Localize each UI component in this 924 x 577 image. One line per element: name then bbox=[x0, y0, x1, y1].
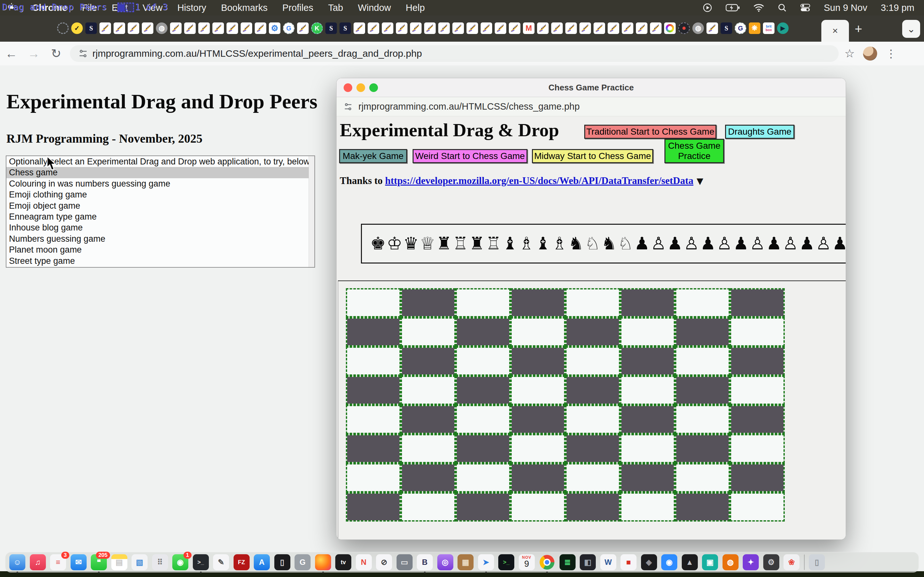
board-square[interactable] bbox=[346, 405, 401, 434]
dock-app-calendar[interactable]: NOV9 bbox=[519, 554, 535, 570]
pinned-tab-sbs-icon[interactable]: ❋ bbox=[749, 23, 760, 34]
pinned-tab-rjm-icon[interactable] bbox=[142, 23, 153, 34]
now-playing-icon[interactable] bbox=[703, 3, 712, 13]
pinned-tab-rjm-icon[interactable] bbox=[537, 23, 549, 34]
pinned-tab-rjm-icon[interactable] bbox=[594, 23, 605, 34]
pinned-tab-rjm-icon[interactable] bbox=[622, 23, 633, 34]
chess-piece[interactable]: ♔ bbox=[387, 235, 402, 252]
board-square[interactable] bbox=[565, 288, 620, 318]
pinned-tab-rjm-icon[interactable] bbox=[580, 23, 591, 34]
dropdown-caret-icon[interactable]: ▼ bbox=[696, 176, 703, 186]
tab-close-icon[interactable]: × bbox=[832, 25, 838, 36]
pinned-tab-rjm-icon[interactable] bbox=[99, 23, 111, 34]
url-text[interactable]: rjmprogramming.com.au/HTMLCSS/experiment… bbox=[92, 48, 422, 59]
dock-app-app-dark-2[interactable]: ◆ bbox=[641, 554, 657, 570]
zoom-traffic-light[interactable] bbox=[369, 83, 378, 92]
pinned-tab-rjm-icon[interactable] bbox=[636, 23, 648, 34]
pinned-tab-google-icon[interactable]: G bbox=[283, 23, 294, 34]
board-square[interactable] bbox=[565, 376, 620, 405]
pinned-tab-britbox-icon[interactable]: britbox bbox=[763, 23, 774, 34]
pinned-tab-rjm-icon[interactable] bbox=[650, 23, 662, 34]
dock-app-app-gray[interactable]: ⚙ bbox=[763, 554, 779, 570]
board-square[interactable] bbox=[346, 347, 401, 376]
board-square[interactable] bbox=[730, 434, 785, 463]
chess-piece[interactable]: ♙ bbox=[651, 235, 666, 252]
pinned-tab-rjm-icon[interactable] bbox=[241, 23, 252, 34]
dock-app-photos[interactable]: ❀ bbox=[783, 554, 800, 570]
pinned-tab-substack-icon[interactable]: S bbox=[720, 23, 732, 34]
pinned-tab-rjm-icon[interactable] bbox=[509, 23, 520, 34]
new-tab-button[interactable]: + bbox=[855, 23, 862, 35]
pinned-tab-rjm-icon[interactable] bbox=[495, 23, 506, 34]
dock-app-teams-teal[interactable]: ▣ bbox=[702, 554, 718, 570]
board-square[interactable] bbox=[675, 318, 730, 347]
popup-url-text[interactable]: rjmprogramming.com.au/HTMLCSS/chess_game… bbox=[359, 101, 580, 112]
board-square[interactable] bbox=[675, 492, 730, 522]
pinned-tab-substack-icon[interactable]: S bbox=[339, 23, 351, 34]
chess-piece[interactable]: ♚ bbox=[370, 235, 386, 252]
dock-app-firefox[interactable] bbox=[315, 554, 331, 570]
dock-app-terminal[interactable]: >_ bbox=[193, 554, 209, 570]
dock-app-trash[interactable]: ▯ bbox=[809, 554, 825, 570]
listbox-option[interactable]: Inhouse blog game bbox=[6, 222, 309, 233]
spotlight-search-icon[interactable] bbox=[778, 3, 787, 12]
menu-item-profiles[interactable]: Profiles bbox=[282, 3, 313, 13]
pinned-tab-rjm-icon[interactable] bbox=[297, 23, 309, 34]
dock-app-shell-dark[interactable]: >_ bbox=[498, 554, 514, 570]
popup-title-bar[interactable]: Chess Game Practice bbox=[336, 78, 846, 97]
board-square[interactable] bbox=[510, 376, 565, 405]
board-square[interactable] bbox=[510, 492, 565, 522]
dock-app-archive-utility[interactable]: ▦ bbox=[457, 554, 473, 570]
pinned-tab-dashed-icon[interactable] bbox=[57, 23, 69, 34]
board-square[interactable] bbox=[401, 288, 456, 318]
menu-item-tab[interactable]: Tab bbox=[328, 3, 343, 13]
board-square[interactable] bbox=[730, 318, 785, 347]
board-square[interactable] bbox=[565, 405, 620, 434]
pinned-tab-rjm-icon[interactable] bbox=[198, 23, 210, 34]
board-square[interactable] bbox=[730, 347, 785, 376]
board-square[interactable] bbox=[510, 318, 565, 347]
browser-menu-icon[interactable]: ⋮ bbox=[885, 47, 897, 60]
dock-app-bbedit[interactable]: B bbox=[417, 554, 433, 570]
menu-time[interactable]: 3:19 pm bbox=[881, 3, 914, 13]
pinned-tab-rjm-icon[interactable] bbox=[438, 23, 450, 34]
game-select-listbox[interactable]: Optionally select an Experimental Drag a… bbox=[6, 155, 315, 268]
tab-search-chevron[interactable]: ⌄ bbox=[902, 20, 920, 38]
reload-button[interactable]: ↻ bbox=[45, 47, 67, 61]
dock-app-iphone-mirroring[interactable]: ▯ bbox=[274, 554, 290, 570]
board-square[interactable] bbox=[456, 492, 510, 522]
pinned-tab-check-icon[interactable]: ✓ bbox=[71, 23, 83, 34]
board-square[interactable] bbox=[456, 463, 510, 492]
board-square[interactable] bbox=[346, 463, 401, 492]
draughts-game-button[interactable]: Draughts Game bbox=[725, 125, 795, 139]
pinned-tab-kgreen-icon[interactable]: K bbox=[311, 23, 323, 34]
board-square[interactable] bbox=[675, 434, 730, 463]
board-square[interactable] bbox=[456, 434, 510, 463]
dock-app-gimp[interactable]: G bbox=[294, 554, 310, 570]
chess-piece[interactable]: ♝ bbox=[502, 235, 517, 252]
pinned-tab-rjm-icon[interactable] bbox=[452, 23, 464, 34]
dock-app-news[interactable]: N bbox=[356, 554, 372, 570]
chess-piece[interactable]: ♙ bbox=[684, 235, 699, 252]
dock-app-app-dark-1[interactable]: ◧ bbox=[580, 554, 596, 570]
board-square[interactable] bbox=[620, 288, 675, 318]
wifi-icon[interactable] bbox=[753, 3, 764, 12]
menu-item-history[interactable]: History bbox=[178, 3, 206, 13]
board-square[interactable] bbox=[346, 434, 401, 463]
weird-start-to-chess-game-button[interactable]: Weird Start to Chess Game bbox=[413, 149, 527, 163]
board-square[interactable] bbox=[730, 376, 785, 405]
pinned-tab-wp-icon[interactable]: ◍ bbox=[692, 23, 704, 34]
pinned-tab-rjm-icon[interactable] bbox=[170, 23, 182, 34]
board-square[interactable] bbox=[675, 347, 730, 376]
pinned-tab-target-icon[interactable] bbox=[678, 23, 690, 34]
pinned-tab-rjm-icon[interactable] bbox=[255, 23, 266, 34]
dock-app-notes[interactable]: ▤ bbox=[111, 554, 128, 570]
listbox-option[interactable]: Emoji clothing game bbox=[6, 189, 309, 200]
dock-app-podcasts[interactable]: ◎ bbox=[437, 554, 453, 570]
address-bar[interactable]: rjmprogramming.com.au/HTMLCSS/experiment… bbox=[70, 45, 838, 62]
dock-app-music[interactable]: ♫ bbox=[30, 554, 46, 570]
board-square[interactable] bbox=[456, 318, 510, 347]
site-info-icon[interactable] bbox=[78, 49, 88, 58]
dock-app-filezilla[interactable]: FZ bbox=[234, 554, 250, 570]
board-square[interactable] bbox=[620, 318, 675, 347]
